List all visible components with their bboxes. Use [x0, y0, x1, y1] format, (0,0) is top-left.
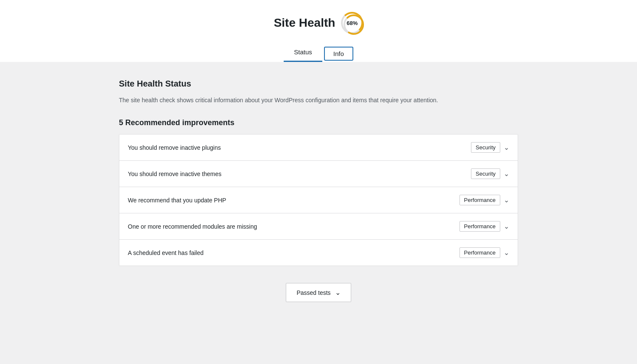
- item-right: Performance ⌄: [459, 195, 509, 205]
- item-label: You should remove inactive plugins: [128, 144, 221, 151]
- chevron-down-icon[interactable]: ⌄: [504, 143, 509, 151]
- list-item: We recommend that you update PHP Perform…: [119, 187, 518, 213]
- page-title: Site Health: [274, 16, 335, 30]
- item-right: Performance ⌄: [459, 247, 509, 258]
- passed-tests-section: Passed tests ⌄: [119, 283, 518, 302]
- chevron-down-icon[interactable]: ⌄: [504, 196, 509, 204]
- passed-tests-label: Passed tests: [296, 289, 330, 296]
- item-badge: Performance: [459, 221, 500, 232]
- item-label: You should remove inactive themes: [128, 171, 222, 177]
- section-title: Site Health Status: [119, 79, 518, 89]
- list-item: You should remove inactive plugins Secur…: [119, 134, 518, 161]
- tab-info[interactable]: Info: [324, 47, 353, 61]
- title-row: Site Health 68%: [274, 12, 364, 34]
- items-list: You should remove inactive plugins Secur…: [119, 134, 518, 266]
- item-badge: Security: [471, 142, 500, 153]
- item-right: Security ⌄: [471, 168, 509, 179]
- score-text: 68%: [347, 20, 358, 26]
- chevron-down-icon[interactable]: ⌄: [504, 222, 509, 230]
- item-label: One or more recommended modules are miss…: [128, 223, 257, 230]
- passed-tests-chevron-icon: ⌄: [335, 288, 341, 297]
- section-description: The site health check shows critical inf…: [119, 95, 518, 105]
- item-badge: Performance: [459, 195, 500, 205]
- chevron-down-icon[interactable]: ⌄: [504, 249, 509, 257]
- list-item: A scheduled event has failed Performance…: [119, 240, 518, 266]
- item-badge: Performance: [459, 247, 500, 258]
- tabs-row: Status Info: [284, 44, 353, 62]
- improvements-heading: 5 Recommended improvements: [119, 118, 518, 127]
- list-item: One or more recommended modules are miss…: [119, 213, 518, 240]
- header: Site Health 68% Status Info: [0, 0, 637, 62]
- item-right: Security ⌄: [471, 142, 509, 153]
- item-right: Performance ⌄: [459, 221, 509, 232]
- score-badge: 68%: [341, 12, 363, 34]
- passed-tests-button[interactable]: Passed tests ⌄: [286, 283, 351, 302]
- tab-status[interactable]: Status: [284, 44, 322, 62]
- chevron-down-icon[interactable]: ⌄: [504, 170, 509, 178]
- main-content: Site Health Status The site health check…: [110, 62, 527, 328]
- item-badge: Security: [471, 168, 500, 179]
- item-label: A scheduled event has failed: [128, 249, 203, 256]
- item-label: We recommend that you update PHP: [128, 197, 226, 204]
- list-item: You should remove inactive themes Securi…: [119, 161, 518, 187]
